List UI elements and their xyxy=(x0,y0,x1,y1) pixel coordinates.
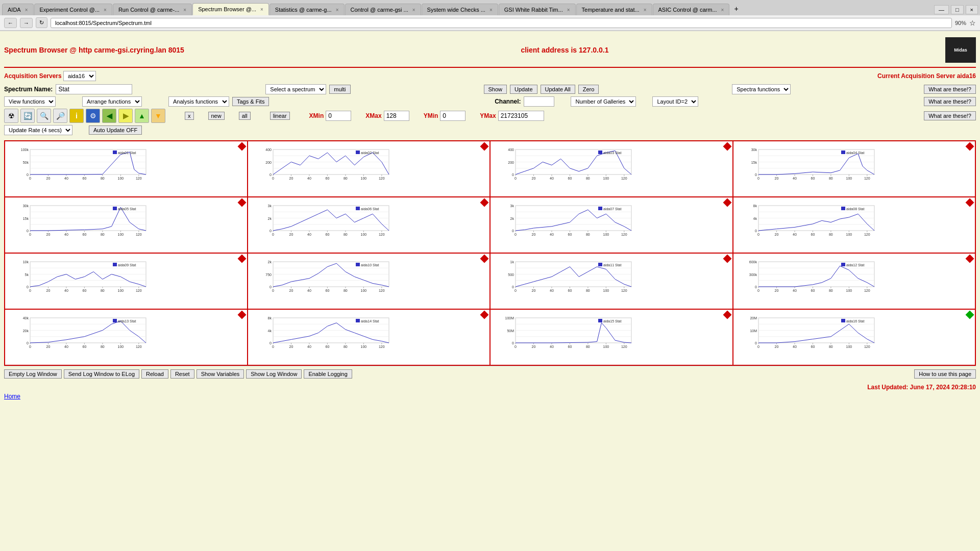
show-log-button[interactable]: Show Log Window xyxy=(246,369,302,379)
bottom-left-buttons: Empty Log Window Send Log Window to ELog… xyxy=(4,369,352,379)
svg-text:aida16 Stat: aida16 Stat xyxy=(846,319,864,323)
chart-cell-aida01[interactable]: 020406080100120050k100kaida01 Stat xyxy=(5,141,248,197)
chart-cell-aida12[interactable]: 0204060801001200300k600kaida12 Stat xyxy=(733,253,976,309)
chart-svg-aida05: 020406080100120015k30kaida05 Stat xyxy=(7,199,245,244)
reload-page-button[interactable]: Reload xyxy=(141,369,168,379)
new-button[interactable]: new xyxy=(208,112,225,120)
chart-cell-aida04[interactable]: 020406080100120015k30kaida04 Stat xyxy=(733,141,976,197)
minimize-button[interactable]: — xyxy=(934,5,949,14)
tab-spectrum-browser[interactable]: Spectrum Browser @...× xyxy=(192,3,269,15)
ymin-input[interactable] xyxy=(440,111,465,121)
x-button[interactable]: x xyxy=(185,112,194,120)
show-variables-button[interactable]: Show Variables xyxy=(197,369,244,379)
multi-button[interactable]: multi xyxy=(329,85,350,94)
arrow-up-btn[interactable]: ▲ xyxy=(135,109,149,123)
tab-statistics[interactable]: Statistics @ carme-g...× xyxy=(270,4,345,15)
update-button[interactable]: Update xyxy=(510,85,537,94)
svg-text:20M: 20M xyxy=(750,316,757,320)
view-functions-select[interactable]: View functions xyxy=(4,96,56,107)
tab-run-control[interactable]: Run Control @ carme-...× xyxy=(113,4,192,15)
chart-cell-aida13[interactable]: 020406080100120020k40kaida13 Stat xyxy=(5,309,248,365)
arrow-left-btn[interactable]: ◀ xyxy=(102,109,116,123)
back-button[interactable]: ← xyxy=(4,18,17,28)
chart-cell-aida02[interactable]: 0204060801001200200400aida02 Stat xyxy=(248,141,491,197)
chart-cell-aida06[interactable]: 02040608010012002k3kaida06 Stat xyxy=(248,197,491,253)
address-input[interactable] xyxy=(51,18,952,28)
svg-text:40: 40 xyxy=(64,289,68,292)
svg-text:0: 0 xyxy=(514,177,517,180)
enable-logging-button[interactable]: Enable Logging xyxy=(304,369,352,379)
tab-asic-control[interactable]: ASIC Control @ carm...× xyxy=(653,4,730,15)
svg-text:40: 40 xyxy=(793,177,797,180)
tab-system-checks[interactable]: System wide Checks ...× xyxy=(422,4,498,15)
what-these-3-button[interactable]: What are these!? xyxy=(924,111,976,120)
update-all-button[interactable]: Update All xyxy=(541,85,575,94)
num-galleries-select[interactable]: Number of Galleries xyxy=(571,96,636,107)
reset-button[interactable]: Reset xyxy=(170,369,194,379)
chart-cell-aida03[interactable]: 0204060801001200200400aida03 Stat xyxy=(490,141,733,197)
update-rate-select[interactable]: Update Rate (4 secs) xyxy=(4,125,72,135)
tab-white-rabbit[interactable]: GSI White Rabbit Tim...× xyxy=(499,4,576,15)
auto-update-button[interactable]: Auto Update OFF xyxy=(89,126,142,135)
svg-text:0: 0 xyxy=(29,233,31,236)
info-icon-btn[interactable]: i xyxy=(69,109,84,123)
svg-text:40: 40 xyxy=(793,233,797,236)
svg-text:20: 20 xyxy=(46,289,51,292)
ymax-input[interactable] xyxy=(498,111,544,121)
zoom-out-icon-btn[interactable]: 🔎 xyxy=(53,109,67,123)
chart-cell-aida07[interactable]: 02040608010012002k3kaida07 Stat xyxy=(490,197,733,253)
arrow-right-btn[interactable]: ▶ xyxy=(118,109,133,123)
svg-text:20: 20 xyxy=(289,345,293,348)
refresh-icon-btn[interactable]: 🔄 xyxy=(20,109,35,123)
xmin-input[interactable] xyxy=(326,111,351,121)
maximize-button[interactable]: □ xyxy=(951,5,964,14)
chart-cell-aida08[interactable]: 02040608010012004k8kaida08 Stat xyxy=(733,197,976,253)
zoom-in-icon-btn[interactable]: 🔍 xyxy=(37,109,51,123)
channel-input[interactable] xyxy=(524,96,554,107)
tab-experiment[interactable]: Experiment Control @...× xyxy=(34,4,112,15)
tags-fits-button[interactable]: Tags & Fits xyxy=(232,97,269,106)
spectra-functions-select[interactable]: Spectra functions xyxy=(732,84,791,94)
chart-cell-aida16[interactable]: 020406080100120010M20Maida16 Stat xyxy=(733,309,976,365)
tab-aida[interactable]: AIDA× xyxy=(2,4,34,15)
acq-server-select[interactable]: aida16 xyxy=(63,71,96,81)
how-to-button[interactable]: How to use this page xyxy=(914,369,976,379)
chart-cell-aida14[interactable]: 02040608010012004k8kaida14 Stat xyxy=(248,309,491,365)
arrow-down-btn[interactable]: ▼ xyxy=(151,109,165,123)
reload-button[interactable]: ↻ xyxy=(36,17,47,28)
all-button[interactable]: all xyxy=(239,112,251,120)
svg-text:aida07 Stat: aida07 Stat xyxy=(603,207,621,211)
chart-cell-aida05[interactable]: 020406080100120015k30kaida05 Stat xyxy=(5,197,248,253)
chart-cell-aida09[interactable]: 02040608010012005k10kaida09 Stat xyxy=(5,253,248,309)
close-window-button[interactable]: × xyxy=(966,5,978,14)
xmax-input[interactable] xyxy=(384,111,409,121)
arrange-functions-select[interactable]: Arrange functions xyxy=(82,96,142,107)
control-row-4: Update Rate (4 secs) Auto Update OFF xyxy=(4,125,976,135)
tab-temperature[interactable]: Temperature and stat...× xyxy=(576,4,652,15)
what-these-2-button[interactable]: What are these!? xyxy=(924,97,976,106)
zero-button[interactable]: Zero xyxy=(578,85,599,94)
chart-cell-aida10[interactable]: 02040608010012007502kaida10 Stat xyxy=(248,253,491,309)
chart-cell-aida15[interactable]: 020406080100120050M100Maida15 Stat xyxy=(490,309,733,365)
svg-text:120: 120 xyxy=(136,233,142,236)
svg-text:500: 500 xyxy=(508,273,514,277)
chart-svg-aida13: 020406080100120020k40kaida13 Stat xyxy=(7,312,245,357)
show-button[interactable]: Show xyxy=(484,85,507,94)
svg-text:20: 20 xyxy=(774,233,778,236)
analysis-functions-select[interactable]: Analysis functions xyxy=(168,96,229,107)
forward-button[interactable]: → xyxy=(20,18,33,28)
select-spectrum-dropdown[interactable]: Select a spectrum xyxy=(265,84,326,94)
empty-log-button[interactable]: Empty Log Window xyxy=(4,369,62,379)
chart-cell-aida11[interactable]: 02040608010012005001kaida11 Stat xyxy=(490,253,733,309)
radiation-icon-btn[interactable]: ☢ xyxy=(4,109,18,123)
what-these-1-button[interactable]: What are these!? xyxy=(924,85,976,94)
send-log-button[interactable]: Send Log Window to ELog xyxy=(64,369,139,379)
tab-control[interactable]: Control @ carme-gsi ...× xyxy=(345,4,421,15)
linear-button[interactable]: linear xyxy=(270,112,290,120)
spectrum-name-input[interactable] xyxy=(56,84,132,94)
settings-icon-btn[interactable]: ⚙ xyxy=(86,109,100,123)
new-tab-button[interactable]: + xyxy=(730,2,742,15)
bookmark-icon[interactable]: ☆ xyxy=(969,19,976,27)
layout-id-select[interactable]: Layout ID=2 xyxy=(652,96,698,107)
home-link[interactable]: Home xyxy=(4,391,20,402)
